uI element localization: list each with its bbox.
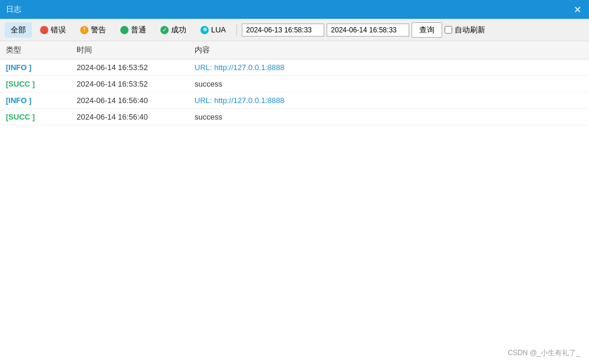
filter-all-button[interactable]: 全部 [5,22,32,38]
toolbar: 全部 错误 ! 警告 普通 ✓ 成功 ⚙ LUA 查询 自动刷新 [0,19,589,41]
row-type: [INFO ] [6,96,77,105]
table-row: [SUCC ]2024-06-14 16:56:40success [0,109,589,125]
error-icon [40,26,48,34]
row-type: [SUCC ] [6,80,77,88]
close-button[interactable]: ✕ [571,4,583,15]
all-label: 全部 [11,25,26,35]
row-type: [INFO ] [6,63,77,72]
filter-success-button[interactable]: ✓ 成功 [154,22,192,38]
row-content: success [195,112,583,121]
row-type: [SUCC ] [6,112,77,121]
success-label: 成功 [171,25,186,35]
normal-icon [120,26,129,34]
table-row: [INFO ]2024-06-14 16:56:40URL: http://12… [0,92,589,109]
row-content: URL: http://127.0.0.1:8888 [195,96,583,105]
title-bar: 日志 ✕ [0,0,589,19]
filter-normal-button[interactable]: 普通 [114,22,152,38]
query-button[interactable]: 查询 [412,22,442,38]
auto-refresh-checkbox[interactable] [445,26,452,34]
table-row: [SUCC ]2024-06-14 16:53:52success [0,76,589,92]
content-column-header: 内容 [195,45,583,55]
row-time: 2024-06-14 16:53:52 [77,80,195,88]
auto-refresh-label[interactable]: 自动刷新 [445,25,485,35]
filter-warn-button[interactable]: ! 警告 [74,22,112,38]
table-row: [INFO ]2024-06-14 16:53:52URL: http://12… [0,59,589,76]
toolbar-separator [236,24,237,36]
row-time: 2024-06-14 16:53:52 [77,63,195,72]
warn-icon: ! [80,26,88,34]
start-datetime-input[interactable] [242,24,324,37]
row-content: URL: http://127.0.0.1:8888 [195,63,583,72]
filter-lua-button[interactable]: ⚙ LUA [195,23,232,37]
row-time: 2024-06-14 16:56:40 [77,112,195,121]
footer-watermark: CSDN @_小生有礼了_ [508,348,580,358]
success-icon: ✓ [160,26,169,34]
time-column-header: 时间 [77,45,195,55]
filter-error-button[interactable]: 错误 [34,22,72,38]
end-datetime-input[interactable] [327,24,409,37]
table-body: [INFO ]2024-06-14 16:53:52URL: http://12… [0,59,589,125]
row-content: success [195,80,583,88]
warn-label: 警告 [91,25,106,35]
type-column-header: 类型 [6,45,77,55]
lua-label: LUA [211,25,226,34]
table-header: 类型 时间 内容 [0,41,589,59]
row-time: 2024-06-14 16:56:40 [77,96,195,105]
lua-icon: ⚙ [200,26,209,34]
normal-label: 普通 [131,25,146,35]
window-title: 日志 [6,4,21,15]
error-label: 错误 [51,25,66,35]
